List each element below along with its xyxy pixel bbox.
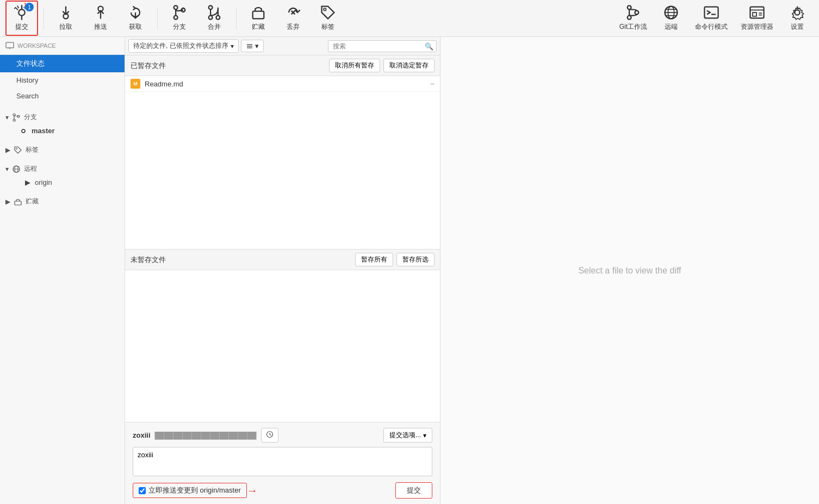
svg-point-21 [324, 8, 326, 11]
time-button[interactable] [261, 428, 278, 443]
origin-chevron-icon: ▶ [25, 178, 30, 186]
branch-section-icon [12, 113, 21, 122]
file-search-input[interactable] [328, 40, 437, 52]
separator-3 [236, 8, 237, 29]
svg-point-42 [13, 114, 15, 116]
git-flow-icon [624, 4, 642, 21]
svg-point-43 [13, 119, 15, 121]
git-flow-label: Git工作流 [619, 22, 647, 32]
commit-bottom-row: 立即推送变更到 origin/master → 提交 [133, 482, 432, 499]
svg-point-13 [209, 5, 213, 9]
stash-label: 贮藏 [252, 22, 265, 32]
fetch-button[interactable]: 获取 [119, 2, 152, 35]
sort-chevron-icon: ▾ [231, 42, 234, 50]
remote-chevron-icon: ▾ [5, 165, 9, 173]
sidebar-item-search[interactable]: Search [0, 88, 125, 104]
dropdown-chevron-icon: ▾ [255, 42, 259, 50]
merge-label: 合并 [208, 22, 221, 32]
stash-section[interactable]: ▶ 贮藏 [0, 192, 125, 208]
commit-button[interactable]: + 1 ↑ 提交 [5, 1, 38, 36]
stage-selected-button[interactable]: 暂存所选 [396, 253, 435, 266]
explorer-icon [748, 4, 766, 21]
branches-section[interactable]: ▾ 分支 [0, 108, 125, 124]
push-checkbox-text: 立即推送变更到 origin/master [148, 486, 241, 495]
branch-icon [171, 4, 188, 21]
search-label: Search [16, 92, 39, 100]
origin-label: origin [35, 178, 52, 186]
terminal-button[interactable]: 命令行模式 [690, 2, 733, 35]
push-checkbox-label[interactable]: 立即推送变更到 origin/master [133, 483, 247, 498]
svg-point-15 [216, 16, 220, 20]
pull-icon [57, 4, 75, 21]
unstaged-file-list [125, 270, 440, 422]
toolbar: + 1 ↑ 提交 拉取 推送 [0, 0, 819, 37]
svg-rect-39 [6, 42, 14, 48]
merge-button[interactable]: 合并 [198, 2, 231, 35]
stash-button[interactable]: 贮藏 [242, 2, 275, 35]
settings-label: 设置 [791, 22, 804, 32]
stage-all-button[interactable]: 暂存所有 [355, 253, 393, 266]
discard-label: 丢弃 [287, 22, 300, 32]
commit-message-input[interactable]: zoxiii [133, 447, 432, 476]
md-file-icon: M [131, 79, 140, 89]
sidebar-item-file-status[interactable]: 文件状态 [0, 55, 125, 72]
svg-rect-35 [753, 13, 756, 16]
svg-point-47 [16, 148, 17, 149]
push-label: 推送 [94, 22, 107, 32]
pull-label: 拉取 [59, 22, 72, 32]
commit-email: ██████████████████████ [155, 432, 257, 439]
branches-chevron-icon: ▾ [5, 114, 9, 121]
tags-section[interactable]: ▶ 标签 [0, 141, 125, 157]
remote-button[interactable]: 远端 [655, 2, 687, 35]
tags-label: 标签 [26, 145, 39, 154]
unstage-selected-button[interactable]: 取消选定暂存 [383, 59, 435, 72]
tag-button[interactable]: 标签 [312, 2, 344, 35]
stash-icon [250, 4, 267, 21]
diff-placeholder: Select a file to view the diff [578, 266, 681, 276]
workspace-section: WORKSPACE [0, 37, 125, 55]
settings-button[interactable]: 设置 [781, 2, 814, 35]
svg-rect-31 [704, 7, 718, 18]
terminal-icon [703, 4, 720, 21]
svg-point-14 [209, 16, 213, 20]
remote-section-icon [12, 165, 21, 173]
view-toggle-btn[interactable]: ▾ [241, 40, 264, 52]
staged-file-name: Readme.md [145, 80, 426, 88]
svg-line-57 [270, 434, 271, 435]
remote-label: 远程 [24, 164, 37, 173]
sort-dropdown[interactable]: 待定的文件, 已依照文件状态排序 ▾ [128, 39, 239, 53]
list-icon [246, 42, 253, 50]
remote-section[interactable]: ▾ 远程 [0, 160, 125, 176]
merge-icon [206, 4, 223, 21]
master-branch-icon [20, 127, 27, 135]
unstage-all-button[interactable]: 取消所有暂存 [329, 59, 380, 72]
push-button[interactable]: 推送 [84, 2, 117, 35]
sidebar-item-origin[interactable]: ▶ origin [0, 176, 125, 189]
diff-panel: Select a file to view the diff [440, 37, 819, 504]
main-layout: WORKSPACE 文件状态 History Search ▾ 分支 [0, 37, 819, 504]
sidebar-item-history[interactable]: History [0, 72, 125, 88]
monitor-icon [5, 41, 14, 50]
options-chevron-icon: ▾ [423, 432, 426, 439]
unstaged-header: 未暂存文件 暂存所有 暂存所选 [125, 249, 440, 270]
commit-options-button[interactable]: 提交选项... ▾ [383, 428, 432, 443]
file-panel: 待定的文件, 已依照文件状态排序 ▾ ▾ 🔍 [125, 37, 440, 504]
search-icon: 🔍 [425, 42, 433, 50]
commit-submit-button[interactable]: 提交 [395, 482, 432, 499]
staged-file-list: M Readme.md − [125, 76, 440, 249]
commit-arrow: ↑ [23, 0, 28, 11]
push-checkbox[interactable] [139, 487, 146, 494]
git-flow-button[interactable]: Git工作流 [614, 2, 653, 35]
branch-button[interactable]: 分支 [163, 2, 196, 35]
discard-button[interactable]: 丢弃 [277, 2, 309, 35]
spacer [0, 104, 125, 108]
commit-label: 提交 [15, 22, 28, 32]
explorer-button[interactable]: 资源管理器 [735, 2, 779, 35]
unstage-file-icon[interactable]: − [430, 79, 435, 88]
sidebar-item-master[interactable]: master [0, 124, 125, 138]
pull-button[interactable]: 拉取 [49, 2, 82, 35]
stash-chevron-icon: ▶ [5, 198, 10, 206]
staged-title: 已暂存文件 [131, 61, 326, 71]
tag-label: 标签 [321, 22, 334, 32]
staged-file-item[interactable]: M Readme.md − [125, 76, 440, 92]
